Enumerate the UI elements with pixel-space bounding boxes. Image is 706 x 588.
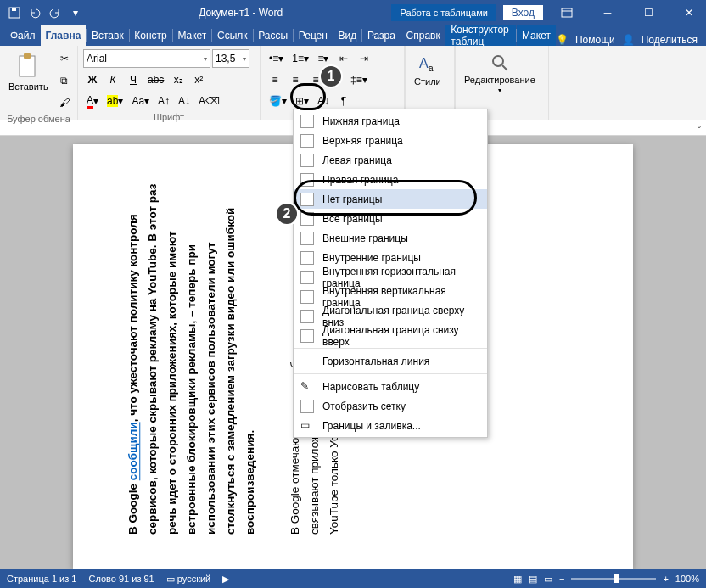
tab-help[interactable]: Справк: [401, 25, 445, 46]
left-border-icon: [300, 154, 314, 167]
font-size-combo[interactable]: 13,5▾: [212, 49, 249, 68]
menu-no-border[interactable]: Нет границы: [294, 189, 487, 209]
svg-rect-1: [12, 8, 16, 11]
zoom-in-button[interactable]: +: [663, 574, 668, 584]
tab-developer[interactable]: Разра: [362, 25, 401, 46]
highlight-button[interactable]: ab▾: [104, 92, 126, 110]
tab-insert[interactable]: Вставк: [87, 25, 129, 46]
qat-dropdown-icon[interactable]: ▾: [66, 3, 85, 22]
menu-all-borders[interactable]: Все границы: [294, 209, 487, 228]
tab-layout[interactable]: Макет: [172, 25, 211, 46]
tab-table-design[interactable]: Конструктор таблиц: [445, 25, 516, 46]
maximize-button[interactable]: ☐: [631, 0, 665, 25]
superscript-button[interactable]: x²: [189, 70, 208, 89]
menu-view-gridlines[interactable]: Отобразить сетку: [294, 396, 487, 416]
minimize-button[interactable]: ─: [591, 0, 625, 25]
svg-rect-5: [24, 53, 31, 59]
redo-icon[interactable]: [46, 3, 64, 22]
zoom-slider[interactable]: [571, 578, 656, 580]
tab-table-layout[interactable]: Макет: [517, 25, 556, 46]
ribbon-display-icon[interactable]: [550, 0, 584, 25]
view-web-icon[interactable]: ▭: [544, 574, 552, 585]
close-button[interactable]: ✕: [672, 0, 706, 25]
share-button[interactable]: Поделиться: [642, 34, 698, 46]
tab-review[interactable]: Рецен: [294, 25, 333, 46]
ribbon-tabs: Файл Главна Вставк Констр Макет Ссылк Ра…: [0, 25, 706, 46]
shading-button[interactable]: 🪣▾: [266, 92, 290, 110]
gridlines-icon: [300, 400, 314, 413]
increase-indent-button[interactable]: ⇥: [355, 49, 373, 68]
subscript-button[interactable]: x₂: [169, 70, 188, 89]
status-words[interactable]: Слово 91 из 91: [88, 574, 154, 584]
zoom-out-button[interactable]: −: [559, 574, 564, 584]
document-title: Документ1 - Word: [90, 7, 391, 19]
cut-icon[interactable]: ✂: [55, 49, 74, 68]
copy-icon[interactable]: ⧉: [55, 71, 74, 90]
decrease-indent-button[interactable]: ⇤: [334, 49, 353, 68]
login-button[interactable]: Вход: [503, 5, 543, 20]
diag-up-icon: [300, 329, 314, 343]
bold-button[interactable]: Ж: [83, 70, 102, 89]
svg-text:a: a: [429, 64, 434, 73]
save-icon[interactable]: [5, 3, 24, 22]
view-read-icon[interactable]: ▦: [513, 574, 522, 585]
menu-borders-and-shading[interactable]: ▭Границы и заливка...: [294, 416, 487, 435]
menu-horizontal-line[interactable]: ─Горизонтальная линия: [294, 351, 487, 371]
menu-left-border[interactable]: Левая граница: [294, 150, 487, 170]
format-painter-icon[interactable]: 🖌: [55, 93, 74, 112]
inside-h-border-icon: [300, 271, 314, 284]
hline-icon: ─: [300, 355, 314, 368]
italic-button[interactable]: К: [104, 70, 122, 89]
tab-file[interactable]: Файл: [5, 25, 41, 46]
help-label[interactable]: Помощи: [575, 34, 615, 46]
titlebar: ▾ Документ1 - Word Работа с таблицами Вх…: [0, 0, 706, 25]
align-left-button[interactable]: ≡: [266, 70, 284, 89]
line-spacing-button[interactable]: ‡≡▾: [347, 70, 371, 89]
menu-outside-borders[interactable]: Внешние границы: [294, 228, 487, 248]
right-border-icon: [300, 173, 314, 187]
tab-view[interactable]: Вид: [333, 25, 362, 46]
underline-button[interactable]: Ч: [124, 70, 143, 89]
zoom-level[interactable]: 100%: [675, 574, 699, 584]
styles-label: Стили: [414, 76, 441, 87]
tab-design[interactable]: Констр: [129, 25, 171, 46]
status-page[interactable]: Страница 1 из 1: [7, 574, 76, 584]
tab-home[interactable]: Главна: [41, 25, 87, 46]
link-reported[interactable]: сообщили: [126, 422, 139, 480]
table-tools-label: Работа с таблицами: [391, 4, 496, 21]
menu-top-border[interactable]: Верхняя граница: [294, 131, 487, 150]
editing-button[interactable]: Редактирование ▾: [461, 49, 539, 98]
paragraph-marks-button[interactable]: ¶: [334, 92, 353, 110]
menu-bottom-border[interactable]: Нижняя граница: [294, 111, 487, 131]
numbering-button[interactable]: 1≡▾: [289, 49, 312, 68]
paste-button[interactable]: Вставить: [5, 49, 52, 95]
lightbulb-icon: 💡: [556, 34, 569, 46]
menu-right-border[interactable]: Правая граница: [294, 170, 487, 189]
menu-diag-up[interactable]: Диагональная граница снизу вверх: [294, 326, 487, 345]
tab-references[interactable]: Ссылк: [212, 25, 253, 46]
no-border-icon: [300, 193, 314, 206]
change-case-button[interactable]: Aa▾: [128, 92, 153, 110]
borders-shading-icon: ▭: [300, 419, 314, 433]
font-name-combo[interactable]: Arial▾: [83, 49, 210, 68]
status-macro-icon[interactable]: ▶: [222, 574, 229, 585]
clear-formatting-button[interactable]: A⌫: [195, 92, 223, 110]
styles-button[interactable]: Aa Стили: [411, 49, 445, 90]
bullets-button[interactable]: •≡▾: [266, 49, 287, 68]
borders-button[interactable]: ⊞▾: [292, 92, 312, 110]
tab-mailings[interactable]: Рассы: [253, 25, 293, 46]
undo-icon[interactable]: [25, 3, 44, 22]
grow-font-button[interactable]: A↑: [154, 92, 173, 110]
draw-table-icon: ✎: [300, 380, 314, 394]
statusbar: Страница 1 из 1 Слово 91 из 91 ▭ русский…: [0, 569, 706, 588]
svg-text:A: A: [419, 56, 429, 70]
align-center-button[interactable]: ≡: [286, 70, 305, 89]
menu-draw-table[interactable]: ✎Нарисовать таблицу: [294, 377, 487, 396]
view-print-icon[interactable]: ▤: [529, 574, 537, 585]
status-language[interactable]: ▭ русский: [166, 574, 211, 585]
paste-label: Вставить: [8, 81, 48, 92]
sort-button[interactable]: A↓: [314, 92, 333, 110]
font-color-button[interactable]: A▾: [83, 92, 102, 110]
shrink-font-button[interactable]: A↓: [175, 92, 193, 110]
strikethrough-button[interactable]: abc: [144, 70, 167, 89]
